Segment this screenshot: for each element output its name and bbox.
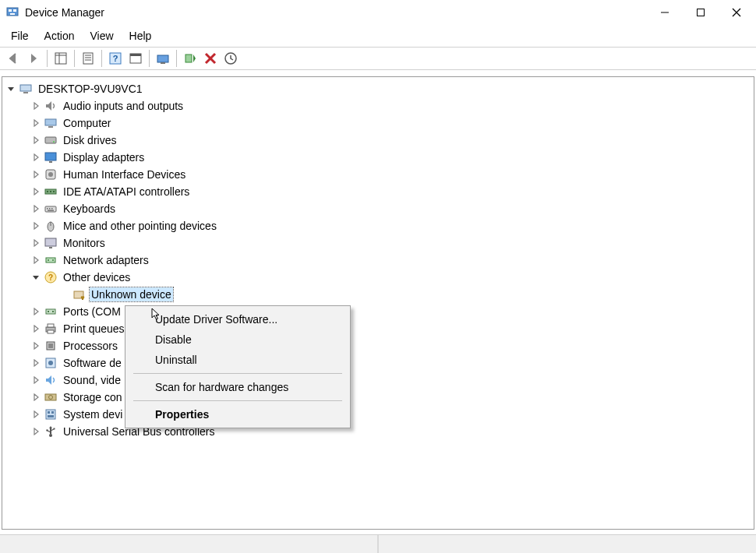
tree-node-cat-0[interactable]: Audio inputs and outputs [2, 97, 754, 114]
context-menu-scan[interactable]: Scan for hardware changes [127, 377, 348, 397]
close-button[interactable] [719, 1, 754, 24]
svg-rect-61 [48, 330, 54, 333]
context-menu-uninstall[interactable]: Uninstall [127, 350, 348, 370]
toolbar-separator [101, 50, 102, 67]
chevron-right-icon[interactable] [30, 152, 41, 163]
nav-back-button[interactable] [4, 49, 23, 68]
tree-node-cat-6[interactable]: Keyboards [2, 200, 754, 217]
chevron-right-icon[interactable] [30, 135, 41, 146]
chevron-right-icon[interactable] [30, 426, 41, 437]
tree-node-root[interactable]: DESKTOP-9VU9VC1 [2, 80, 754, 97]
other-icon: ? [43, 269, 58, 285]
tree-node-cat-3[interactable]: Display adapters [2, 149, 754, 166]
tree-node-cat-14[interactable]: Software de [2, 354, 754, 372]
action-button[interactable] [126, 49, 145, 68]
chevron-down-icon[interactable] [5, 83, 16, 94]
tree-node-cat-17[interactable]: System devi [2, 406, 754, 423]
svg-point-72 [49, 434, 52, 437]
tree-node-cat-12[interactable]: Print queues [2, 320, 754, 337]
tree-node-cat-13[interactable]: Processors [2, 337, 754, 354]
tree-node-cat-5[interactable]: IDE ATA/ATAPI controllers [2, 183, 754, 200]
svg-rect-20 [161, 62, 165, 64]
chevron-right-icon[interactable] [30, 100, 41, 111]
update-driver-button[interactable] [154, 49, 172, 68]
maximize-button[interactable] [683, 1, 719, 24]
svg-point-65 [48, 361, 53, 365]
chevron-right-icon[interactable] [30, 323, 41, 334]
enable-device-button[interactable] [181, 49, 200, 68]
tree-label: Display adapters [62, 150, 146, 164]
tree-node-cat-18[interactable]: Universal Serial Bus controllers [2, 423, 754, 440]
printer-icon [43, 321, 58, 336]
device-tree-panel[interactable]: DESKTOP-9VU9VC1Audio inputs and outputsC… [2, 76, 754, 530]
svg-rect-3 [10, 13, 15, 15]
status-pane-left [0, 535, 379, 553]
tree-label: Processors [62, 339, 119, 353]
show-hide-tree-button[interactable] [51, 49, 70, 68]
tree-node-cat-9[interactable]: Network adapters [2, 252, 754, 269]
chevron-right-icon[interactable] [30, 340, 41, 351]
software-icon [43, 355, 58, 371]
tree-node-cat-7[interactable]: Mice and other pointing devices [2, 217, 754, 234]
svg-rect-28 [48, 126, 53, 128]
tree-node-cat-11[interactable]: Ports (COM [2, 303, 754, 320]
context-menu-disable[interactable]: Disable [127, 329, 348, 350]
tree-label: Computer [62, 116, 112, 130]
chevron-right-icon[interactable] [30, 169, 41, 180]
help-button[interactable]: ? [106, 49, 125, 68]
context-menu-update[interactable]: Update Driver Software... [127, 309, 348, 329]
chevron-right-icon[interactable] [30, 186, 41, 197]
toolbar: ? [0, 47, 756, 70]
svg-rect-63 [48, 343, 53, 348]
nav-forward-button[interactable] [24, 49, 43, 68]
chevron-right-icon[interactable] [30, 238, 41, 248]
ide-icon [43, 184, 58, 199]
tree-node-cat-2[interactable]: Disk drives [2, 132, 754, 149]
chevron-right-icon[interactable] [30, 220, 41, 231]
svg-rect-58 [52, 311, 54, 312]
svg-rect-43 [48, 210, 54, 211]
svg-text:?: ? [113, 54, 118, 63]
chevron-right-icon[interactable] [30, 375, 41, 386]
context-menu-properties[interactable]: Properties [127, 404, 348, 424]
system-icon [43, 407, 58, 422]
chevron-right-icon[interactable] [30, 358, 41, 368]
minimize-button[interactable] [647, 1, 683, 24]
tree-label: Keyboards [62, 202, 117, 216]
monitor-icon [43, 235, 58, 251]
tree-node-cat-10[interactable]: ?Other devices [2, 269, 754, 286]
computerroot-icon [18, 81, 34, 97]
app-icon [6, 6, 19, 19]
chevron-right-icon[interactable] [30, 118, 41, 129]
uninstall-button[interactable] [201, 49, 220, 68]
scan-hardware-button[interactable] [221, 49, 240, 68]
toolbar-separator [176, 50, 177, 67]
tree-node-cat-8[interactable]: Monitors [2, 234, 754, 252]
chevron-right-icon[interactable] [30, 392, 41, 403]
tree-label: Other devices [62, 270, 132, 284]
svg-rect-46 [45, 238, 56, 246]
properties-button[interactable] [79, 49, 97, 68]
svg-text:?: ? [48, 273, 53, 282]
statusbar [0, 534, 756, 553]
chevron-right-icon[interactable] [30, 203, 41, 214]
device-tree: DESKTOP-9VU9VC1Audio inputs and outputsC… [2, 77, 754, 443]
chevron-down-icon[interactable] [30, 272, 41, 283]
audio-icon [43, 98, 58, 114]
menu-file[interactable]: File [3, 26, 37, 45]
tree-node-cat-4[interactable]: Human Interface Devices [2, 166, 754, 183]
tree-node-cat-1[interactable]: Computer [2, 114, 754, 132]
menu-action[interactable]: Action [37, 26, 83, 45]
menu-help[interactable]: Help [122, 26, 160, 45]
tree-node-cat-10-child-0[interactable]: !Unknown device [2, 286, 754, 303]
chevron-right-icon[interactable] [30, 306, 41, 317]
chevron-right-icon[interactable] [30, 409, 41, 420]
svg-rect-5 [698, 9, 705, 16]
tree-label: System devi [62, 407, 124, 421]
tree-node-cat-15[interactable]: Sound, vide [2, 372, 754, 389]
window-title: Device Manager [25, 6, 104, 19]
toolbar-separator [149, 50, 150, 67]
menu-view[interactable]: View [82, 26, 121, 45]
tree-node-cat-16[interactable]: Storage con [2, 389, 754, 406]
chevron-right-icon[interactable] [30, 255, 41, 266]
